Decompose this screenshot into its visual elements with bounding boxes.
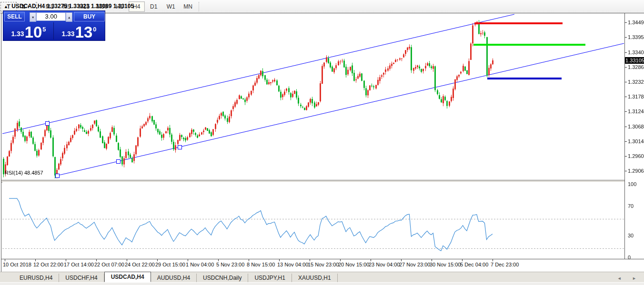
timeframe-button-w1[interactable]: W1 (163, 1, 179, 12)
time-tick (188, 259, 188, 261)
chart-tab-audusd[interactable]: AUDUSD,H4 (151, 274, 197, 282)
status-bar (0, 282, 644, 285)
chart-ohlc-header: ▲ USDCAD,H4 1.33275 1.33323 1.33089 1.33… (4, 3, 134, 10)
time-axis-label: 13 Nov 04:00 (277, 262, 308, 267)
current-price-tag: 1.33105 (625, 57, 644, 64)
rsi-scale-label: 30 (628, 233, 634, 238)
rsi-scale-label: 100 (628, 181, 636, 187)
time-tick (96, 259, 97, 261)
price-scale-label: 1.29065 (628, 168, 644, 174)
chart-window: 10 Oct 201812 Oct 22:0017 Oct 14:0022 Oc… (1, 13, 644, 272)
time-axis-label: 8 Nov 15:00 (247, 262, 275, 267)
price-scale-label: 1.29605 (628, 153, 644, 159)
trade-controls-row: SELL ▼ 3.00 ▲ BUY (3, 12, 105, 21)
price-tick (625, 156, 627, 157)
price-scale-label: 1.32320 (628, 79, 644, 85)
price-tick (625, 22, 627, 23)
price-tick (625, 127, 627, 127)
mt4-application-window: T ⇅ ▼ M1M5M15M30H1H4D1W1MN 10 Oct 201812… (0, 0, 644, 285)
time-tick (157, 259, 158, 261)
time-axis-label: 5 Dec 04:00 (460, 262, 488, 267)
sell-price-quote[interactable]: 1.33 10 5 (4, 22, 54, 39)
price-tick (625, 52, 627, 53)
timeframe-button-mn[interactable]: MN (180, 1, 196, 12)
sell-button[interactable]: SELL (4, 12, 25, 21)
price-scale-label: 1.32860 (628, 64, 644, 70)
sell-price-big: 10 (25, 25, 42, 39)
time-tick (401, 259, 402, 261)
time-tick (218, 259, 219, 261)
time-tick (5, 259, 5, 261)
collapse-triangle-icon[interactable]: ▲ (4, 4, 8, 9)
buy-price-quote[interactable]: 1.33 13 0 (54, 22, 104, 39)
chart-tab-usdcnh[interactable]: USDCNH,Daily (197, 274, 248, 282)
volume-input[interactable]: 3.00 (36, 12, 66, 21)
symbol-label: USDCAD,H4 (11, 3, 45, 10)
timeframe-button-d1[interactable]: D1 (146, 1, 162, 12)
sell-price-small: 1.33 (11, 30, 24, 38)
buy-price-sup: 0 (93, 26, 96, 33)
time-axis-label: 30 Nov 15:00 (430, 262, 461, 267)
time-tick (35, 259, 36, 261)
chart-tab-xauusd[interactable]: XAUUSD,H1 (292, 274, 338, 282)
price-tick (625, 111, 627, 112)
price-tick (625, 141, 627, 142)
tab-scroll-arrows: ◄ ► (617, 276, 641, 281)
time-tick (310, 259, 310, 261)
time-tick (249, 259, 249, 261)
time-axis-label: 29 Oct 15:00 (155, 262, 185, 267)
price-scale-label: 1.30685 (628, 124, 644, 129)
rsi-chart-canvas[interactable] (2, 182, 625, 259)
buy-price-small: 1.33 (61, 30, 74, 38)
price-scale-label: 1.30145 (628, 138, 644, 144)
time-tick (279, 259, 280, 261)
price-scale: 1.344951.339551.334001.328601.323201.317… (624, 13, 644, 259)
price-scale-label: 1.34495 (628, 20, 644, 25)
rsi-scale-label: 0 (628, 255, 631, 260)
volume-decrease-icon[interactable]: ▼ (30, 12, 36, 22)
buy-button[interactable]: BUY (74, 12, 105, 21)
time-axis-label: 23 Nov 04:00 (369, 262, 400, 267)
volume-stepper: ▼ 3.00 ▲ (30, 12, 72, 21)
time-axis-label: 12 Oct 22:00 (33, 262, 63, 267)
time-tick (462, 259, 463, 261)
volume-increase-icon[interactable]: ▲ (66, 12, 72, 22)
rsi-scale-label: 70 (628, 203, 634, 209)
time-tick (127, 259, 127, 261)
toolbar-separator (199, 2, 200, 11)
sell-price-sup: 5 (42, 26, 46, 33)
time-tick (66, 259, 66, 261)
chart-tabs: EURUSD,H4USDCHF,H4USDCAD,H4AUDUSD,H4USDC… (13, 272, 338, 282)
price-tick (625, 97, 627, 97)
rsi-pane (2, 182, 625, 259)
one-click-trading-panel: SELL ▼ 3.00 ▲ BUY 1.33 10 5 1.33 13 0 (3, 10, 105, 41)
price-scale-label: 1.33400 (628, 49, 644, 55)
time-tick (371, 259, 371, 261)
time-axis-label: 17 Oct 14:00 (64, 262, 94, 267)
time-axis-label: 15 Nov 23:00 (308, 262, 339, 267)
rsi-indicator-label: RSI(14) 48.4857 (5, 170, 43, 176)
time-tick (432, 259, 432, 261)
price-scale-label: 1.31240 (628, 108, 644, 114)
time-axis-label: 27 Nov 23:00 (399, 262, 430, 267)
time-axis-label: 22 Oct 07:00 (94, 262, 124, 267)
ohlc-values: 1.33275 1.33323 1.33089 1.33105 (47, 3, 134, 10)
chart-tab-usdchf[interactable]: USDCHF,H4 (59, 274, 104, 282)
time-axis-label: 1 Nov 04:00 (186, 262, 214, 267)
price-tick (625, 82, 627, 82)
tab-scroll-left-icon[interactable]: ◄ (617, 276, 626, 281)
price-scale-label: 1.31780 (628, 94, 644, 99)
time-axis-label: 24 Oct 22:00 (125, 262, 155, 267)
price-tick (625, 37, 627, 38)
chart-tab-usdcad[interactable]: USDCAD,H4 (104, 272, 151, 282)
chart-tab-eurusd[interactable]: EURUSD,H4 (13, 274, 59, 282)
buy-price-big: 13 (75, 25, 93, 39)
price-scale-label: 1.33955 (628, 34, 644, 40)
tab-scroll-right-icon[interactable]: ► (632, 276, 641, 281)
time-axis: 10 Oct 201812 Oct 22:0017 Oct 14:0022 Oc… (1, 259, 644, 272)
chart-tab-usdjpy[interactable]: USDJPY,H1 (248, 274, 292, 282)
time-axis-label: 10 Oct 2018 (3, 262, 31, 267)
price-tick (625, 67, 627, 68)
time-axis-label: 20 Nov 15:00 (338, 262, 369, 267)
price-tick (625, 171, 627, 171)
